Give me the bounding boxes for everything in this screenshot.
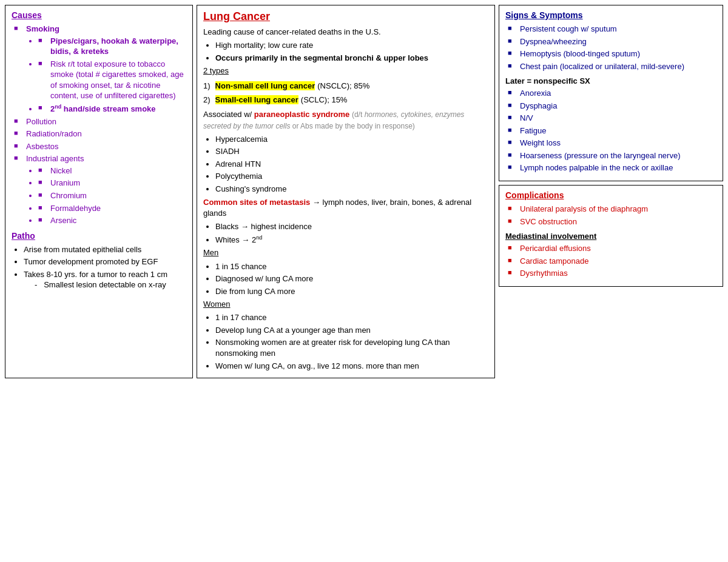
- type2-item: 2) Small-cell lung cancer (SCLC); 15%: [203, 95, 488, 104]
- later-3-text: N/V: [520, 113, 533, 122]
- complications-title: Complications: [505, 190, 716, 200]
- men-3: Die from lung CA more: [215, 286, 488, 297]
- center-subtitle: Leading cause of cancer-related deaths i…: [203, 27, 488, 38]
- later-1-text: Anorexia: [520, 89, 551, 98]
- patho-title: Patho: [12, 231, 186, 241]
- arsenic: Arsenic: [38, 215, 186, 226]
- later-1: Anorexia: [508, 88, 716, 99]
- women-label: Women: [203, 299, 488, 310]
- smoking-sub-3: 2nd hand/side stream smoke: [38, 103, 186, 115]
- later-2: Dysphagia: [508, 101, 716, 112]
- whites-item: Whites → 2nd: [215, 234, 488, 246]
- signs-symptoms-title: Signs & Symptoms: [505, 10, 716, 20]
- incidence-list: Blacks → highest incidence Whites → 2nd: [203, 221, 488, 245]
- patho-sub: - Smallest lesion detectable on x-ray: [35, 279, 186, 290]
- page-container: Causes Smoking Pipes/cigars, hookah & wa…: [0, 0, 728, 383]
- industrial-sub-list: Nickel Uranium Chromium Formaldehyde Ars…: [26, 166, 186, 226]
- comp-1: Unilateral paralysis of the diaphragm: [508, 204, 716, 215]
- type1-highlight: Non-small cell lung cancer: [215, 81, 315, 90]
- later-4: Fatigue: [508, 125, 716, 136]
- metastasis-label: Common sites of metastasis: [203, 198, 310, 207]
- main-title: Lung Cancer: [203, 10, 488, 23]
- med-2: Cardiac tamponade: [508, 256, 716, 267]
- two-types-label: 2 types: [203, 65, 488, 76]
- intro-2-text: Occurs primarily in the segmental bronch…: [215, 53, 428, 62]
- paraneoplastic-highlight: paraneoplastic syndrome: [254, 110, 350, 119]
- center-panel: Lung Cancer Leading cause of cancer-rela…: [197, 5, 495, 378]
- symptom-4: Chest pain (localized or unilateral, mil…: [508, 61, 716, 72]
- para-4: Polycythemia: [215, 171, 488, 182]
- blacks-item: Blacks → highest incidence: [215, 221, 488, 232]
- type1-rest: (NSCLC); 85%: [317, 81, 369, 90]
- men-1: 1 in 15 chance: [215, 261, 488, 272]
- smoking-sub-1: Pipes/cigars, hookah & waterpipe, bidis,…: [38, 36, 186, 57]
- para-1: Hypercalcemia: [215, 134, 488, 145]
- later-7: Lymph nodes palpable in the neck or axil…: [508, 162, 716, 173]
- radiation-item: Radiation/radon: [14, 129, 186, 139]
- two-types-underline: 2 types: [203, 66, 229, 75]
- later-6: Hoarseness (pressure on the laryngeal ne…: [508, 150, 716, 161]
- later-symptoms-list: Anorexia Dysphagia N/V Fatigue Weight lo…: [505, 88, 716, 173]
- women-2: Develop lung CA at a younger age than me…: [215, 325, 488, 336]
- women-label-text: Women: [203, 299, 231, 309]
- symptom-4-text: Chest pain: [520, 62, 558, 71]
- early-symptoms-list: Persistent cough w/ sputum Dyspnea/wheez…: [505, 24, 716, 72]
- later-6-text: Hoarseness: [520, 151, 562, 160]
- smoking-sub-1-text: Pipes/cigars, hookah & waterpipe, bidis,…: [50, 36, 178, 56]
- right-panel: Signs & Symptoms Persistent cough w/ spu…: [499, 5, 723, 378]
- men-list: 1 in 15 chance Diagnosed w/ lung CA more…: [203, 261, 488, 297]
- mediastinal-title: Mediastinal involvement: [505, 232, 716, 241]
- symptom-1: Persistent cough w/ sputum: [508, 24, 716, 35]
- later-5-text: Weight loss: [520, 138, 561, 147]
- metastasis-text: Common sites of metastasis → lymph nodes…: [203, 197, 488, 219]
- chromium: Chromium: [38, 190, 186, 201]
- asbestos-label: Asbestos: [26, 142, 58, 151]
- later-label: Later = nonspecific SX: [505, 76, 716, 85]
- type2-highlight: Small-cell lung cancer: [215, 95, 298, 104]
- type2-rest: (SCLC); 15%: [301, 95, 348, 104]
- smoking-sub-2: Risk r/t total exposure to tobacco smoke…: [38, 59, 186, 101]
- para-2: SIADH: [215, 146, 488, 157]
- men-label: Men: [203, 247, 488, 258]
- women-1: 1 in 17 chance: [215, 312, 488, 323]
- symptom-2-text: Dyspnea/wheezing: [520, 37, 587, 46]
- later-4-text: Fatigue: [520, 126, 546, 135]
- women-3: Nonsmoking women are at greater risk for…: [215, 337, 488, 358]
- later-2-text: Dysphagia: [520, 101, 557, 110]
- patho-2: Tumor development promoted by EGF: [24, 256, 186, 267]
- complications-panel: Complications Unilateral paralysis of th…: [499, 185, 723, 287]
- type1-item: 1) Non-small cell lung cancer (NSCLC); 8…: [203, 81, 488, 90]
- women-list: 1 in 17 chance Develop lung CA at a youn…: [203, 312, 488, 371]
- med-1-text: Pericardial effusions: [520, 244, 591, 253]
- signs-symptoms-panel: Signs & Symptoms Persistent cough w/ spu…: [499, 5, 723, 181]
- symptom-1-text: Persistent cough w/ sputum: [520, 24, 617, 33]
- causes-title: Causes: [12, 10, 186, 20]
- symptom-2: Dyspnea/wheezing: [508, 36, 716, 47]
- men-label-text: Men: [203, 248, 218, 257]
- complications-list: Unilateral paralysis of the diaphragm SV…: [505, 204, 716, 227]
- med-1: Pericardial effusions: [508, 243, 716, 254]
- comp-2: SVC obstruction: [508, 216, 716, 227]
- type1-num: 1): [203, 81, 211, 90]
- para-bullets: Hypercalcemia SIADH Adrenal HTN Polycyth…: [203, 134, 488, 195]
- smoking-sub-3-text: 2nd hand/side stream smoke: [50, 104, 156, 113]
- asbestos-item: Asbestos: [14, 141, 186, 152]
- nickel: Nickel: [38, 166, 186, 176]
- patho-section: Patho Arise from mutated epithelial cell…: [12, 231, 186, 290]
- intro-bullets: High mortality; low cure rate Occurs pri…: [203, 40, 488, 63]
- later-5: Weight loss: [508, 138, 716, 149]
- symptom-3: Hemoptysis (blood-tinged sputum): [508, 49, 716, 59]
- med-3-text: Dysrhythmias: [520, 269, 568, 278]
- women-4: Women w/ lung CA, on avg., live 12 mons.…: [215, 361, 488, 372]
- patho-3: Takes 8-10 yrs. for a tumor to reach 1 c…: [24, 269, 186, 290]
- industrial-item: Industrial agents Nickel Uranium Chromiu…: [14, 153, 186, 226]
- intro-1: High mortality; low cure rate: [215, 40, 488, 51]
- symptom-3-text: Hemoptysis: [520, 49, 561, 58]
- type2-num: 2): [203, 95, 211, 104]
- formaldehyde: Formaldehyde: [38, 203, 186, 214]
- mediastinal-list: Pericardial effusions Cardiac tamponade …: [505, 243, 716, 279]
- left-panel: Causes Smoking Pipes/cigars, hookah & wa…: [5, 5, 193, 378]
- pollution-label: Pollution: [26, 117, 56, 126]
- later-7-text: Lymph nodes palpable in the neck or axil…: [520, 163, 673, 172]
- smoking-label: Smoking: [26, 24, 59, 33]
